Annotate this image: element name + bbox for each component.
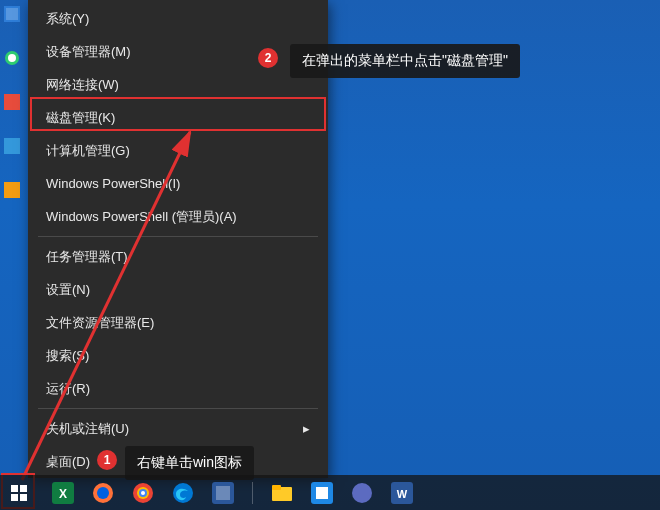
taskbar-icon-app[interactable] bbox=[351, 482, 373, 504]
menu-item-device-manager[interactable]: 设备管理器(M) bbox=[28, 35, 328, 68]
svg-point-15 bbox=[97, 487, 109, 499]
taskbar-icon-word[interactable]: W bbox=[391, 482, 413, 504]
menu-item-run[interactable]: 运行(R) bbox=[28, 372, 328, 405]
menu-item-computer-management[interactable]: 计算机管理(G) bbox=[28, 134, 328, 167]
svg-rect-5 bbox=[4, 138, 20, 154]
desktop-icon[interactable] bbox=[4, 6, 20, 22]
svg-rect-1 bbox=[6, 8, 18, 20]
menu-item-powershell-admin[interactable]: Windows PowerShell (管理员)(A) bbox=[28, 200, 328, 233]
svg-rect-9 bbox=[20, 485, 27, 492]
svg-rect-11 bbox=[20, 494, 27, 501]
menu-item-search[interactable]: 搜索(S) bbox=[28, 339, 328, 372]
svg-point-20 bbox=[173, 483, 193, 503]
menu-item-label: 关机或注销(U) bbox=[46, 420, 129, 437]
svg-rect-26 bbox=[316, 487, 328, 499]
svg-rect-24 bbox=[272, 485, 281, 490]
start-button[interactable] bbox=[4, 478, 34, 508]
desktop-icons-column bbox=[4, 0, 26, 198]
svg-point-3 bbox=[8, 54, 16, 62]
menu-item-file-explorer[interactable]: 文件资源管理器(E) bbox=[28, 306, 328, 339]
menu-separator bbox=[38, 236, 318, 237]
taskbar-icon-app-blue[interactable] bbox=[311, 482, 333, 504]
annotation-badge-2: 2 bbox=[258, 48, 278, 68]
menu-item-network-connections[interactable]: 网络连接(W) bbox=[28, 68, 328, 101]
menu-separator bbox=[38, 408, 318, 409]
taskbar-icon-firefox[interactable] bbox=[92, 482, 114, 504]
svg-rect-10 bbox=[11, 494, 18, 501]
taskbar-icon-edge[interactable] bbox=[172, 482, 194, 504]
desktop-icon[interactable] bbox=[4, 138, 20, 154]
winx-context-menu: 系统(Y) 设备管理器(M) 网络连接(W) 磁盘管理(K) 计算机管理(G) … bbox=[28, 0, 328, 478]
taskbar-icon-file-explorer[interactable] bbox=[271, 482, 293, 504]
annotation-callout-2: 在弹出的菜单栏中点击"磁盘管理" bbox=[290, 44, 520, 78]
svg-rect-6 bbox=[4, 182, 20, 198]
svg-point-19 bbox=[141, 491, 145, 495]
menu-item-powershell[interactable]: Windows PowerShell(I) bbox=[28, 167, 328, 200]
svg-rect-4 bbox=[4, 94, 20, 110]
annotation-badge-1: 1 bbox=[97, 450, 117, 470]
menu-item-settings[interactable]: 设置(N) bbox=[28, 273, 328, 306]
svg-rect-22 bbox=[216, 486, 230, 500]
menu-item-disk-management[interactable]: 磁盘管理(K) bbox=[28, 101, 328, 134]
menu-item-system[interactable]: 系统(Y) bbox=[28, 2, 328, 35]
desktop: 系统(Y) 设备管理器(M) 网络连接(W) 磁盘管理(K) 计算机管理(G) … bbox=[0, 0, 660, 510]
taskbar-icon-excel[interactable]: X bbox=[52, 482, 74, 504]
svg-point-27 bbox=[352, 483, 372, 503]
taskbar-icon-app[interactable] bbox=[212, 482, 234, 504]
taskbar: X W bbox=[0, 475, 660, 510]
taskbar-icon-chrome[interactable] bbox=[132, 482, 154, 504]
svg-rect-8 bbox=[11, 485, 18, 492]
windows-logo-icon bbox=[11, 485, 27, 501]
menu-item-task-manager[interactable]: 任务管理器(T) bbox=[28, 240, 328, 273]
desktop-icon[interactable] bbox=[4, 94, 20, 110]
menu-item-shutdown-signout[interactable]: 关机或注销(U) ▸ bbox=[28, 412, 328, 445]
svg-text:W: W bbox=[397, 488, 408, 500]
desktop-icon[interactable] bbox=[4, 50, 20, 66]
chevron-right-icon: ▸ bbox=[303, 420, 310, 437]
svg-text:X: X bbox=[59, 487, 67, 501]
desktop-icon[interactable] bbox=[4, 182, 20, 198]
taskbar-separator bbox=[252, 482, 253, 504]
